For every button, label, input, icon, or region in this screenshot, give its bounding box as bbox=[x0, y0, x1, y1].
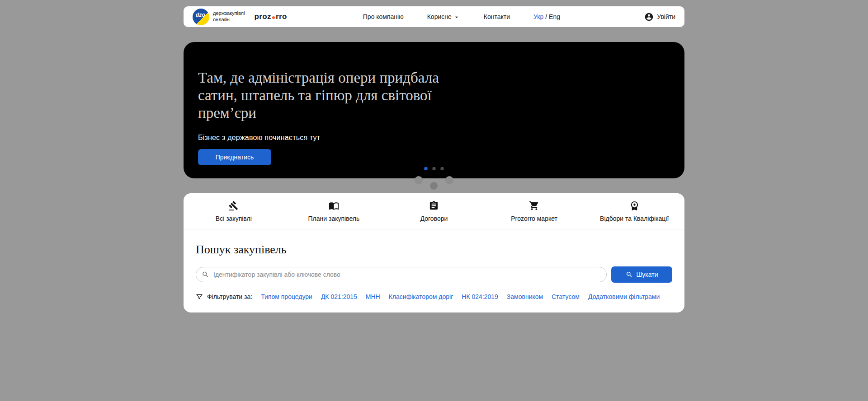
hero-subtitle: Бізнес з державою починається тут bbox=[198, 134, 666, 142]
dzo-tagline-line2: онлайн bbox=[213, 17, 245, 23]
filter-additional[interactable]: Додатковими фільтрами bbox=[588, 293, 660, 300]
dzo-logo-text: dzo bbox=[196, 12, 205, 18]
hero-title-line3: прем’єри bbox=[198, 104, 666, 122]
lang-eng[interactable]: Eng bbox=[549, 13, 560, 20]
page: dzo держзакупівлі онлайн proz rro Про ко… bbox=[184, 6, 684, 312]
tab-selections-qualifications[interactable]: Відбори та Кваліфікації bbox=[584, 193, 684, 229]
spinner-dot bbox=[415, 176, 423, 184]
filter-nk-024-2019[interactable]: НК 024:2019 bbox=[462, 293, 498, 300]
tab-prozorro-market[interactable]: Prozorro маркет bbox=[484, 193, 585, 229]
nav-useful-label: Корисне bbox=[427, 13, 452, 20]
carousel-dots bbox=[425, 167, 444, 170]
tab-all-purchases[interactable]: Всі закупівлі bbox=[184, 193, 284, 229]
filter-status[interactable]: Статусом bbox=[552, 293, 580, 300]
search-icon bbox=[202, 271, 209, 279]
dzo-tagline-line1: держзакупівлі bbox=[213, 10, 245, 17]
user-icon bbox=[644, 12, 654, 22]
search-button[interactable]: Шукати bbox=[611, 266, 672, 283]
prozorro-logo-right: rro bbox=[276, 12, 287, 21]
filter-dk-021-2015[interactable]: ДК 021:2015 bbox=[321, 293, 357, 300]
hero-title: Там, де адміністрація опери придбала сат… bbox=[198, 69, 666, 122]
hero-banner: Там, де адміністрація опери придбала сат… bbox=[184, 42, 684, 178]
search-section: Пошук закупівель Шукати Фільтрувати за: … bbox=[184, 229, 684, 312]
join-button[interactable]: Приєднатись bbox=[198, 149, 271, 165]
tab-label: Договори bbox=[420, 215, 448, 222]
lang-separator: / bbox=[545, 13, 547, 20]
main-nav: Про компанію Корисне Контакти bbox=[363, 13, 510, 21]
nav-useful[interactable]: Корисне bbox=[427, 13, 460, 21]
search-input[interactable] bbox=[196, 267, 607, 282]
filter-customer[interactable]: Замовником bbox=[507, 293, 543, 300]
tab-contracts[interactable]: Договори bbox=[384, 193, 484, 229]
hero-title-line2: сатин, штапель та гіпюр для світової bbox=[198, 87, 666, 104]
cart-icon bbox=[529, 200, 539, 211]
medal-icon bbox=[629, 200, 640, 211]
carousel-dot-3[interactable] bbox=[441, 167, 444, 170]
hero-title-line1: Там, де адміністрація опери придбала bbox=[198, 69, 666, 87]
filter-head: Фільтрувати за: bbox=[196, 293, 252, 300]
login-label: Увійти bbox=[657, 13, 675, 20]
filter-mnn[interactable]: МНН bbox=[366, 293, 380, 300]
search-icon bbox=[626, 271, 633, 278]
search-input-wrap bbox=[196, 267, 607, 282]
prozorro-dot-icon bbox=[272, 16, 275, 19]
filter-road-classifier[interactable]: Класифікатором доріг bbox=[389, 293, 453, 300]
chevron-down-icon bbox=[453, 14, 460, 21]
tab-label: Відбори та Кваліфікації bbox=[600, 215, 669, 222]
filter-procedure-type[interactable]: Типом процедури bbox=[261, 293, 312, 300]
carousel-dot-1[interactable] bbox=[425, 167, 428, 170]
category-tabs: Всі закупівлі Плани закупівель Договори … bbox=[184, 193, 684, 229]
nav-contacts[interactable]: Контакти bbox=[484, 13, 510, 20]
spinner-dot bbox=[430, 182, 438, 190]
dzo-logo[interactable]: dzo держзакупівлі онлайн bbox=[193, 9, 245, 25]
tab-label: Плани закупівель bbox=[308, 215, 360, 222]
dzo-tagline: держзакупівлі онлайн bbox=[213, 10, 245, 23]
nav-about-company[interactable]: Про компанію bbox=[363, 13, 404, 20]
search-title: Пошук закупівель bbox=[196, 243, 672, 256]
lang-ukr[interactable]: Укр bbox=[533, 13, 543, 20]
main-card: Всі закупівлі Плани закупівель Договори … bbox=[184, 193, 684, 312]
top-navbar: dzo держзакупівлі онлайн proz rro Про ко… bbox=[184, 6, 684, 27]
prozorro-logo-left: proz bbox=[254, 12, 271, 21]
carousel-dot-2[interactable] bbox=[433, 167, 436, 170]
filter-label: Фільтрувати за: bbox=[207, 293, 252, 300]
filter-icon bbox=[196, 293, 203, 300]
loading-spinner bbox=[415, 176, 453, 190]
tab-label: Всі закупівлі bbox=[216, 215, 252, 222]
tab-label: Prozorro маркет bbox=[511, 215, 557, 222]
gavel-icon bbox=[228, 200, 239, 211]
language-switcher: Укр / Eng bbox=[533, 13, 560, 20]
open-book-icon bbox=[329, 200, 339, 211]
search-row: Шукати bbox=[196, 266, 672, 283]
filter-row: Фільтрувати за: Типом процедури ДК 021:2… bbox=[196, 293, 672, 300]
spinner-dot bbox=[445, 176, 453, 184]
tab-procurement-plans[interactable]: Плани закупівель bbox=[284, 193, 384, 229]
contract-icon bbox=[429, 200, 439, 211]
prozorro-logo[interactable]: proz rro bbox=[254, 12, 287, 21]
login-button[interactable]: Увійти bbox=[644, 12, 675, 22]
dzo-logo-icon: dzo bbox=[193, 9, 209, 25]
search-button-label: Шукати bbox=[637, 271, 658, 278]
